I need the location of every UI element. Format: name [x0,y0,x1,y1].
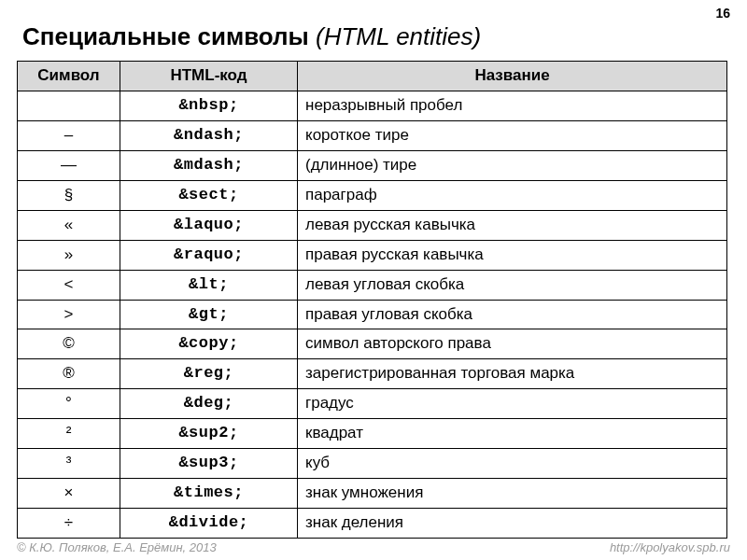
cell-symbol: » [18,240,120,270]
cell-symbol: « [18,210,120,240]
footer-left: © К.Ю. Поляков, Е.А. Ерёмин, 2013 [17,540,217,554]
table-header-row: Символ HTML-код Название [18,62,727,91]
cell-code: &mdash; [120,150,298,180]
entities-table: Символ HTML-код Название &nbsp;неразрывн… [17,61,727,539]
cell-code: &ndash; [120,120,298,150]
table-row: ²&sup2;квадрат [18,419,727,449]
cell-name: зарегистрированная торговая марка [298,359,727,389]
cell-symbol [18,91,120,120]
cell-symbol: — [18,150,120,180]
cell-code: &reg; [120,359,298,389]
table-row: ³&sup3;куб [18,449,727,479]
cell-name: знак умножения [298,479,727,509]
cell-symbol: § [18,180,120,210]
cell-code: &sect; [120,180,298,210]
cell-code: &raquo; [120,240,298,270]
cell-symbol: > [18,300,120,329]
cell-name: левая угловая скобка [298,270,727,300]
table-row: ×&times;знак умножения [18,479,727,509]
table-row: ÷&divide;знак деления [18,509,727,539]
table-row: &nbsp;неразрывный пробел [18,91,727,120]
table-row: ©&copy;символ авторского права [18,329,727,359]
title-sub: (HTML entities) [316,22,481,50]
cell-symbol: ² [18,419,120,449]
cell-symbol: × [18,479,120,509]
cell-code: &nbsp; [120,91,298,120]
cell-name: куб [298,449,727,479]
page-title: Специальные символы (HTML entities) [0,0,747,61]
cell-name: параграф [298,180,727,210]
cell-symbol: ° [18,389,120,419]
footer-right: http://kpolyakov.spb.ru [610,540,730,554]
table-row: >&gt;правая угловая скобка [18,300,727,329]
footer: © К.Ю. Поляков, Е.А. Ерёмин, 2013 http:/… [17,540,730,554]
header-code: HTML-код [120,62,298,91]
cell-name: знак деления [298,509,727,539]
header-symbol: Символ [18,62,120,91]
table-row: °&deg;градус [18,389,727,419]
cell-name: символ авторского права [298,329,727,359]
table-row: ®&reg;зарегистрированная торговая марка [18,359,727,389]
cell-name: левая русская кавычка [298,210,727,240]
cell-symbol: © [18,329,120,359]
table-row: «&laquo;левая русская кавычка [18,210,727,240]
cell-code: &divide; [120,509,298,539]
table-row: —&mdash;(длинное) тире [18,150,727,180]
title-main: Специальные символы [22,22,309,50]
cell-name: правая угловая скобка [298,300,727,329]
cell-symbol: ÷ [18,509,120,539]
cell-symbol: < [18,270,120,300]
cell-name: (длинное) тире [298,150,727,180]
cell-name: градус [298,389,727,419]
cell-code: &copy; [120,329,298,359]
cell-name: короткое тире [298,120,727,150]
cell-code: &deg; [120,389,298,419]
table-row: »&raquo;правая русская кавычка [18,240,727,270]
cell-name: правая русская кавычка [298,240,727,270]
cell-code: &sup3; [120,449,298,479]
table-row: §&sect;параграф [18,180,727,210]
header-name: Название [298,62,727,91]
cell-code: &sup2; [120,419,298,449]
page-number: 16 [715,6,730,21]
cell-symbol: ® [18,359,120,389]
cell-code: &laquo; [120,210,298,240]
cell-symbol: – [18,120,120,150]
cell-code: &lt; [120,270,298,300]
table-row: –&ndash;короткое тире [18,120,727,150]
cell-symbol: ³ [18,449,120,479]
cell-name: неразрывный пробел [298,91,727,120]
cell-name: квадрат [298,419,727,449]
cell-code: &gt; [120,300,298,329]
table-row: <&lt;левая угловая скобка [18,270,727,300]
cell-code: &times; [120,479,298,509]
